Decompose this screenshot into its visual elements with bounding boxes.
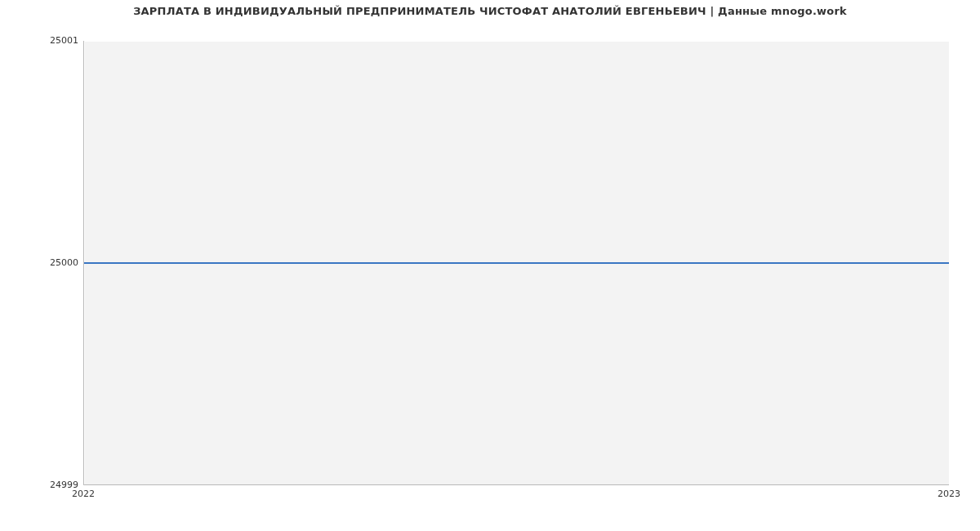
y-tick-label: 25000 <box>5 257 78 268</box>
plot-area <box>83 41 949 485</box>
data-line <box>84 262 949 264</box>
x-tick-label: 2022 <box>72 489 95 499</box>
y-tick-label: 24999 <box>5 480 78 490</box>
y-tick-label: 25001 <box>5 35 78 46</box>
chart-container: ЗАРПЛАТА В ИНДИВИДУАЛЬНЫЙ ПРЕДПРИНИМАТЕЛ… <box>0 0 980 531</box>
x-tick-label: 2023 <box>938 489 960 499</box>
grid-line-y <box>84 41 949 42</box>
grid-line-x <box>950 41 951 484</box>
chart-title: ЗАРПЛАТА В ИНДИВИДУАЛЬНЫЙ ПРЕДПРИНИМАТЕЛ… <box>0 5 980 17</box>
grid-line-y <box>84 485 949 486</box>
